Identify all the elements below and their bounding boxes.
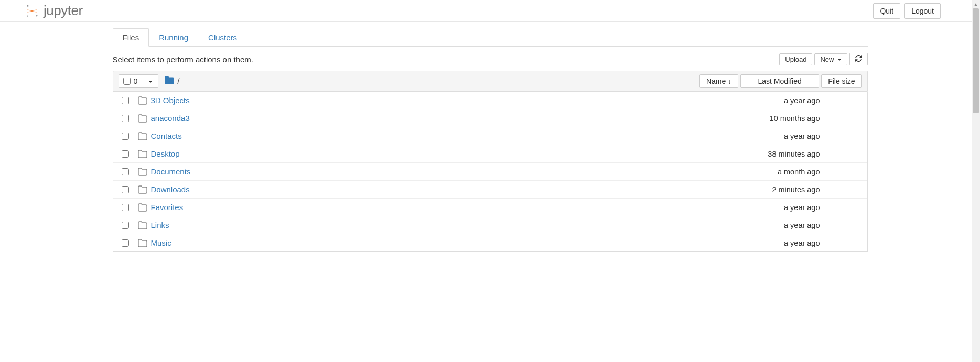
- row-checkbox[interactable]: [122, 97, 129, 104]
- tab-clusters[interactable]: Clusters: [198, 28, 247, 47]
- item-modified: 2 minutes ago: [726, 185, 820, 194]
- breadcrumb-sep: /: [177, 76, 179, 86]
- svg-point-1: [36, 15, 38, 17]
- folder-root-icon[interactable]: [165, 76, 174, 86]
- svg-point-2: [27, 15, 28, 16]
- item-name[interactable]: Music: [151, 238, 171, 247]
- tab-files[interactable]: Files: [113, 28, 149, 47]
- new-button-label: New: [820, 56, 834, 63]
- row-checkbox[interactable]: [122, 150, 129, 158]
- folder-icon: [138, 114, 147, 123]
- item-name[interactable]: Documents: [151, 167, 191, 176]
- jupyter-logo-icon: [24, 4, 40, 18]
- refresh-button[interactable]: [849, 53, 868, 65]
- folder-icon: [138, 203, 147, 212]
- select-all-checkbox-wrap[interactable]: 0: [119, 75, 142, 87]
- main-container: Files Running Clusters Select items to p…: [105, 28, 876, 252]
- folder-icon: [138, 168, 147, 176]
- row-checkbox[interactable]: [122, 168, 129, 175]
- arrow-down-icon: ↓: [728, 77, 731, 85]
- row-checkbox[interactable]: [122, 115, 129, 122]
- table-row: 3D Objectsa year ago: [113, 92, 867, 109]
- svg-point-0: [27, 5, 29, 7]
- table-row: Desktop38 minutes ago: [113, 145, 867, 163]
- select-all-checkbox[interactable]: [123, 78, 131, 85]
- select-filter-dropdown[interactable]: [142, 75, 158, 87]
- quit-button[interactable]: Quit: [873, 3, 900, 19]
- select-all-group: 0: [119, 74, 159, 88]
- sort-name-button[interactable]: Name ↓: [699, 74, 738, 88]
- folder-icon: [138, 185, 147, 194]
- table-row: Contactsa year ago: [113, 127, 867, 145]
- item-name[interactable]: Desktop: [151, 149, 180, 158]
- scrollbar-up-icon[interactable]: ▲: [972, 0, 980, 8]
- sort-modified-button[interactable]: Last Modified: [740, 74, 819, 88]
- table-row: Linksa year ago: [113, 216, 867, 234]
- name-col-label: Name: [706, 77, 726, 85]
- folder-icon: [138, 150, 147, 158]
- new-button[interactable]: New: [814, 53, 847, 65]
- upload-button[interactable]: Upload: [779, 53, 812, 65]
- table-row: Favoritesa year ago: [113, 199, 867, 216]
- item-modified: a month ago: [726, 168, 820, 176]
- item-name[interactable]: Downloads: [151, 185, 190, 194]
- file-list: 3D Objectsa year agoanaconda310 months a…: [113, 92, 868, 252]
- row-checkbox[interactable]: [122, 186, 129, 193]
- toolbar-buttons: Upload New: [779, 53, 867, 65]
- item-modified: a year ago: [726, 221, 820, 229]
- folder-icon: [138, 239, 147, 247]
- header: jupyter Quit Logout: [0, 0, 980, 22]
- item-modified: a year ago: [726, 203, 820, 212]
- folder-icon: [138, 221, 147, 229]
- table-row: anaconda310 months ago: [113, 109, 867, 127]
- logo[interactable]: jupyter: [24, 3, 83, 19]
- sort-size-button[interactable]: File size: [821, 74, 861, 88]
- toolbar: Select items to perform actions on them.…: [113, 53, 868, 65]
- row-checkbox[interactable]: [122, 204, 129, 211]
- table-row: Musica year ago: [113, 234, 867, 251]
- caret-down-icon: [147, 77, 153, 85]
- item-modified: a year ago: [726, 96, 820, 105]
- row-checkbox[interactable]: [122, 133, 129, 140]
- logo-text: jupyter: [44, 3, 83, 19]
- item-modified: a year ago: [726, 132, 820, 140]
- list-header: 0 / Name ↓ Last Modified File size: [113, 71, 868, 92]
- item-name[interactable]: Contacts: [151, 131, 182, 140]
- scrollbar[interactable]: ▲: [972, 0, 980, 252]
- row-checkbox[interactable]: [122, 239, 129, 247]
- table-row: Documentsa month ago: [113, 163, 867, 181]
- breadcrumb: /: [165, 76, 179, 86]
- item-name[interactable]: Favorites: [151, 203, 184, 212]
- row-checkbox[interactable]: [122, 222, 129, 229]
- item-modified: 10 months ago: [726, 114, 820, 123]
- item-name[interactable]: anaconda3: [151, 114, 190, 123]
- item-name[interactable]: 3D Objects: [151, 96, 190, 105]
- item-name[interactable]: Links: [151, 221, 169, 229]
- folder-icon: [138, 132, 147, 140]
- logout-button[interactable]: Logout: [904, 3, 941, 19]
- item-modified: a year ago: [726, 239, 820, 247]
- table-row: Downloads2 minutes ago: [113, 181, 867, 199]
- scrollbar-thumb[interactable]: [973, 8, 979, 113]
- tab-running[interactable]: Running: [149, 28, 198, 47]
- caret-down-icon: [836, 56, 842, 63]
- refresh-icon: [855, 55, 862, 62]
- folder-icon: [138, 96, 147, 105]
- header-buttons: Quit Logout: [873, 3, 941, 19]
- instruction-text: Select items to perform actions on them.: [113, 55, 253, 64]
- item-modified: 38 minutes ago: [726, 150, 820, 158]
- tabs: Files Running Clusters: [113, 28, 868, 47]
- selected-count: 0: [134, 77, 138, 85]
